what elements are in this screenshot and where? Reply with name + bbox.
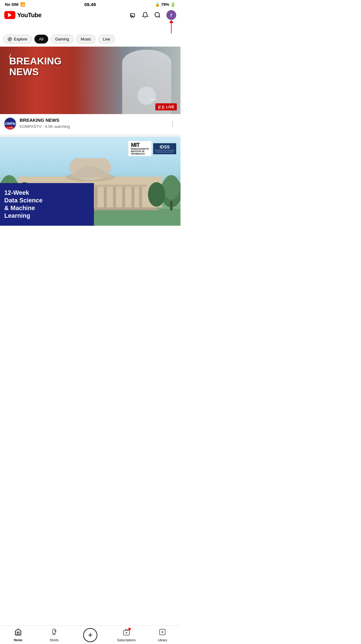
svg-point-1 [155, 13, 160, 17]
video-card-breaking-news[interactable]: 〈 BREAKINGNEWS ((·)) LIVE Sum... KOMPAS … [0, 47, 180, 134]
annotation-arrow [0, 22, 180, 35]
mit-subtitle: MASSACHUSETTS [131, 148, 149, 150]
live-badge: ((·)) LIVE [155, 103, 177, 110]
youtube-logo: YouTube [4, 11, 41, 19]
cast-button[interactable] [130, 12, 136, 18]
video-title-breaking: BREAKING NEWS [20, 117, 165, 123]
chip-all-label: All [39, 37, 43, 41]
svg-point-31 [148, 182, 165, 207]
notifications-button[interactable] [142, 12, 149, 18]
svg-rect-17 [104, 186, 107, 207]
youtube-wordmark: YouTube [17, 12, 41, 19]
svg-rect-21 [139, 186, 142, 207]
channel-info-breaking-news: KOMPAS LIVE BREAKING NEWS KOMPASTV · 4.5… [0, 114, 180, 134]
thumbnail-mit[interactable]: MIT MASSACHUSETTS INSTITUTE OF TECHNOLOG… [0, 137, 180, 226]
svg-rect-16 [95, 186, 98, 207]
svg-rect-19 [122, 186, 125, 207]
breaking-news-title: BREAKINGNEWS [9, 56, 62, 77]
status-bar: No SIM 09.49 🔒 79% 🔋 [0, 0, 180, 8]
search-button[interactable] [154, 12, 161, 18]
channel-meta-breaking: KOMPASTV · 4.5K watching [20, 124, 165, 129]
svg-point-3 [8, 37, 12, 41]
course-title: 12-WeekData Science& MachineLearning [4, 189, 90, 220]
lock-icon: 🔒 [155, 2, 160, 7]
video-card-mit[interactable]: MIT MASSACHUSETTS INSTITUTE OF TECHNOLOG… [0, 137, 180, 226]
mit-logos-container: MIT MASSACHUSETTS INSTITUTE OF TECHNOLOG… [128, 141, 176, 156]
svg-point-29 [163, 175, 180, 200]
channel-text-breaking: BREAKING NEWS KOMPASTV · 4.5K watching [20, 117, 165, 129]
svg-marker-4 [9, 38, 11, 40]
status-time: 09.49 [84, 2, 96, 7]
chip-music-label: Music [81, 37, 91, 41]
chip-live-label: Live [103, 37, 110, 41]
battery-percentage: 79% [161, 2, 169, 7]
chip-live[interactable]: Live [98, 35, 115, 44]
profile-avatar-button[interactable]: r [166, 10, 176, 20]
chip-explore-label: Explore [14, 37, 27, 41]
mit-logo: MIT MASSACHUSETTS INSTITUTE OF TECHNOLOG… [128, 141, 151, 156]
blue-title-overlay: 12-WeekData Science& MachineLearning [0, 183, 94, 226]
idss-logo: IDSS MIT INSTITUTE FOR DATA, SYSTEMS, AN… [153, 143, 176, 154]
top-bar: YouTube r [0, 8, 180, 22]
mit-text: MIT [131, 142, 139, 148]
chip-all[interactable]: All [34, 35, 48, 44]
svg-line-2 [159, 16, 160, 17]
source-label: Sum... [150, 98, 159, 101]
live-tag-small: LIVE [6, 126, 14, 129]
status-left: No SIM [5, 2, 25, 7]
chip-explore[interactable]: Explore [3, 35, 32, 44]
svg-rect-18 [113, 186, 116, 207]
svg-rect-20 [131, 186, 134, 207]
youtube-play-icon [4, 11, 15, 19]
chip-gaming[interactable]: Gaming [51, 35, 74, 44]
svg-rect-30 [170, 201, 173, 210]
status-right: 🔒 79% 🔋 [155, 2, 176, 7]
top-icons: r [130, 10, 176, 20]
chip-music[interactable]: Music [76, 35, 96, 44]
battery-icon: 🔋 [170, 2, 176, 7]
carrier-text: No SIM [5, 2, 18, 7]
idss-text: IDSS [160, 144, 170, 149]
chip-gaming-label: Gaming [55, 37, 69, 41]
more-options-button-breaking[interactable]: ⋮ [168, 120, 177, 127]
wifi-icon [20, 2, 25, 7]
filter-chips-row: Explore All Gaming Music Live [0, 35, 180, 47]
channel-avatar-kompas[interactable]: KOMPAS LIVE [4, 117, 17, 130]
divider-1 [0, 134, 180, 137]
thumbnail-breaking-news[interactable]: 〈 BREAKINGNEWS ((·)) LIVE Sum... [0, 47, 180, 114]
